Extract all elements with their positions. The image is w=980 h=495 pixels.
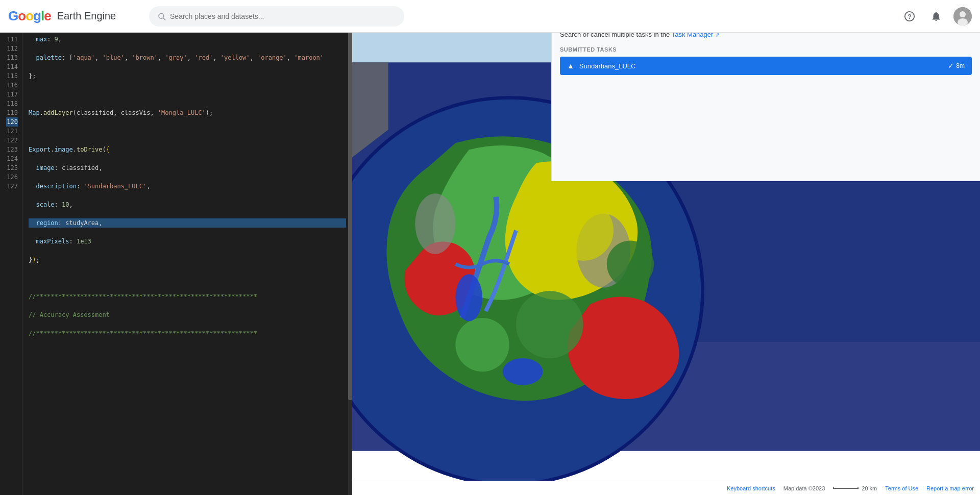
map-data-label: Map data ©2023 (783, 485, 825, 491)
topbar-right: ? (900, 7, 972, 26)
submitted-tasks-label: SUBMITTED TASKS (560, 46, 972, 53)
code-line-127 (29, 347, 346, 356)
code-line-125: // Accuracy Assessment (29, 310, 346, 319)
code-panel: collected2 Get Link ▼ Save Run ▼ Reset ▼… (0, 0, 352, 495)
map-footer-right: Keyboard shortcuts Map data ©2023 20 km … (727, 485, 974, 491)
code-line-110: max: 9, (29, 35, 346, 44)
scale-label: 20 km (862, 485, 877, 491)
task-drive-icon: ▲ (567, 62, 574, 70)
search-input[interactable] (170, 12, 396, 20)
avatar[interactable] (953, 7, 972, 26)
code-line-123 (29, 274, 346, 283)
code-line-121: maxPixels: 1e13 (29, 237, 346, 246)
notifications-icon (930, 11, 942, 22)
code-content-area[interactable]: max: 9, palette: ['aqua', 'blue', 'brown… (22, 21, 352, 495)
svg-point-63 (503, 358, 543, 385)
task-name: Sundarbans_LULC (579, 62, 943, 70)
google-logo-text: Google (8, 8, 51, 24)
report-map-error-link[interactable]: Report a map error (926, 485, 974, 491)
task-item[interactable]: ▲ Sundarbans_LULC ✓ 8m (560, 57, 972, 75)
scale-bar: 20 km (833, 485, 877, 491)
svg-point-5 (960, 11, 966, 17)
code-line-120: region: studyArea, (29, 218, 346, 228)
code-line-112: }; (29, 71, 346, 81)
topbar: Google Earth Engine ? (0, 0, 980, 33)
search-bar[interactable] (149, 6, 404, 27)
logo-area: Google Earth Engine (8, 8, 141, 24)
task-status: ✓ 8m (948, 62, 965, 70)
code-line-116: Export.image.toDrive({ (29, 145, 346, 154)
notifications-button[interactable] (927, 7, 945, 26)
search-icon (157, 12, 166, 21)
task-time: 8m (956, 62, 965, 69)
code-line-126: //**************************************… (29, 329, 346, 338)
code-line-119: scale: 10, (29, 200, 346, 209)
scrollbar-track[interactable] (348, 21, 352, 495)
code-line-118: description: 'Sundarbans_LULC', (29, 182, 346, 191)
task-check-icon: ✓ (948, 62, 954, 70)
code-line-124: //**************************************… (29, 292, 346, 301)
code-line-111: palette: ['aqua', 'blue', 'brown', 'gray… (29, 53, 346, 62)
svg-text:?: ? (908, 12, 912, 20)
svg-line-1 (163, 18, 165, 20)
help-button[interactable]: ? (900, 7, 919, 26)
code-line-122: }); (29, 255, 346, 264)
code-line-113 (29, 90, 346, 99)
code-line-117: image: classified, (29, 163, 346, 172)
earth-engine-logo-text: Earth Engine (57, 10, 116, 22)
help-icon: ? (904, 11, 915, 22)
code-line-114: Map.addLayer(classified, classVis, 'Mong… (29, 108, 346, 117)
line-numbers: 110 111 112 113 114 115 116 117 118 119 … (0, 21, 22, 495)
keyboard-shortcuts-link[interactable]: Keyboard shortcuts (727, 485, 775, 491)
scale-line (833, 487, 859, 489)
code-editor[interactable]: 110 111 112 113 114 115 116 117 118 119 … (0, 21, 352, 495)
terms-of-use-link[interactable]: Terms of Use (885, 485, 918, 491)
scrollbar-thumb[interactable] (348, 21, 352, 400)
code-line-115 (29, 127, 346, 136)
panel-content: Search or cancel multiple tasks in the T… (552, 22, 980, 181)
avatar-image (953, 7, 972, 26)
